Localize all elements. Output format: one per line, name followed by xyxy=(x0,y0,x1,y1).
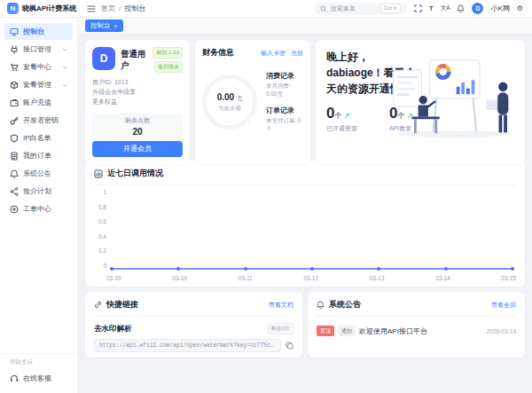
y-tick-label: 0 xyxy=(103,263,106,269)
announcements-card: 系统公告 查看全部 置顶 通知 欢迎使用API接口平台 2026-03-14 xyxy=(308,292,525,358)
sidebar-item-my-orders[interactable]: 我的订单 xyxy=(4,147,73,164)
wallet-icon xyxy=(10,98,19,107)
sidebar-section-label: 帮助支持 xyxy=(0,358,77,369)
order-record-title[interactable]: 订单记录 xyxy=(266,106,303,115)
chart-point xyxy=(444,267,448,271)
app-logo[interactable]: N 晓枫API计费系统 xyxy=(0,3,78,14)
breadcrumb-current: 控制台 xyxy=(124,4,145,13)
level-badge: 级别 1-10 xyxy=(153,47,183,59)
search-box[interactable]: Ctrl K xyxy=(315,3,407,15)
y-tick-label: 0.6 xyxy=(98,218,106,224)
divider xyxy=(94,185,516,185)
finance-card: 财务信息 输入卡密 充值 0.00 元 当前余额 消 xyxy=(195,40,310,164)
link-icon xyxy=(94,301,102,309)
package-icon xyxy=(10,81,19,90)
x-tick-label: 03-15 xyxy=(501,275,516,281)
sidebar-item-package-management[interactable]: 套餐管理 xyxy=(4,76,73,93)
sidebar-item-package-center[interactable]: 套餐中心 xyxy=(4,59,73,75)
upgrade-hint-line1: 升级会员等级享 xyxy=(92,87,183,97)
text-size-icon[interactable]: T xyxy=(429,5,434,12)
breadcrumb-home[interactable]: 首页 xyxy=(101,4,115,13)
user-avatar[interactable]: D xyxy=(472,3,483,14)
fullscreen-icon[interactable] xyxy=(414,4,422,12)
balance-ring: 0.00 元 当前余额 xyxy=(202,75,257,130)
tab-dashboard[interactable]: 控制台 × xyxy=(85,20,123,32)
copy-icon[interactable] xyxy=(286,342,293,350)
greeting-card: 晚上好，dabiaoge！看看今天的资源开通情况 0个↗ 已开通资源 0个↗ A… xyxy=(316,40,525,164)
sidebar-item-label: 接口管理 xyxy=(23,44,51,54)
ticket-icon xyxy=(10,205,19,214)
notification-bell-icon[interactable] xyxy=(457,4,465,12)
y-tick-label: 0.8 xyxy=(98,204,106,210)
sidebar-item-developer-key[interactable]: 开发者密钥 xyxy=(4,112,73,129)
view-all-link[interactable]: 查看全部 xyxy=(491,301,516,310)
tab-close-icon[interactable]: × xyxy=(114,23,118,29)
balance-unit: 元 xyxy=(237,95,243,101)
api-link-name[interactable]: 去水印解析 xyxy=(94,324,132,334)
sidebar-item-label: IP白名单 xyxy=(23,133,51,143)
header-actions: Ctrl K T 文A D 小K网 ⚙ xyxy=(315,3,532,15)
settings-gear-icon[interactable]: ⚙ xyxy=(517,5,523,12)
sidebar-item-dashboard[interactable]: 控制台 xyxy=(4,23,73,40)
sidebar-item-ip-whitelist[interactable]: IP白名单 xyxy=(4,130,73,146)
search-shortcut: Ctrl K xyxy=(380,4,401,13)
sidebar-item-label: 系统公告 xyxy=(23,169,51,178)
app-title: 晓枫API计费系统 xyxy=(22,4,76,13)
chart-title: 近七日调用情况 xyxy=(107,168,163,179)
logo-icon: N xyxy=(7,3,19,14)
y-tick-label: 0.4 xyxy=(98,233,106,240)
summary-row: D 普通用户 级别 1-10 签到领点 用户ID: 1013 升级会员等级享 更… xyxy=(85,40,525,155)
stat-unit: 个 xyxy=(334,112,341,120)
top-header: N 晓枫API计费系统 首页 / 控制台 Ctrl K T 文A D xyxy=(0,0,532,18)
chart-point xyxy=(310,267,314,271)
chevron-down-icon xyxy=(62,66,67,69)
enter-card-code-link[interactable]: 输入卡密 xyxy=(261,49,286,58)
sidebar-item-label: 账户充值 xyxy=(23,98,51,107)
bottom-row: 快捷链接 查看文档 去水印解析 剩余0次 xyxy=(85,292,525,358)
username[interactable]: 小K网 xyxy=(490,4,509,13)
chart-line xyxy=(112,192,512,269)
view-docs-link[interactable]: 查看文档 xyxy=(269,301,293,310)
api-url-field[interactable] xyxy=(94,339,281,352)
bell-icon xyxy=(10,169,19,178)
consume-title[interactable]: 消费记录 xyxy=(266,71,303,81)
chevron-down-icon xyxy=(62,48,67,51)
tab-bar: 控制台 × xyxy=(78,18,532,35)
dashboard-icon xyxy=(10,28,19,36)
sidebar-item-label: 工单中心 xyxy=(23,204,51,214)
user-role: 普通用户 xyxy=(121,49,147,73)
main-area: 控制台 × D 普通用户 级别 1-10 签到领点 xyxy=(78,18,532,393)
search-icon xyxy=(320,5,327,12)
sidebar-item-account-recharge[interactable]: 账户充值 xyxy=(4,94,73,111)
sidebar-collapse-icon[interactable] xyxy=(87,4,96,13)
sidebar-item-label: 我的订单 xyxy=(23,151,51,161)
chart-point xyxy=(110,267,113,271)
search-input[interactable] xyxy=(331,5,377,12)
chart-plot xyxy=(112,192,512,269)
translate-icon[interactable]: 文A xyxy=(441,5,450,12)
x-tick-label: 03-12 xyxy=(303,275,318,281)
announcement-date: 2026-03-14 xyxy=(487,328,516,334)
points-value: 20 xyxy=(92,127,183,137)
divider xyxy=(317,316,516,317)
headset-icon xyxy=(10,374,19,383)
open-membership-button[interactable]: 开通会员 xyxy=(92,141,183,157)
sidebar-item-announcements[interactable]: 系统公告 xyxy=(4,165,73,182)
sidebar-item-referral-plan[interactable]: 推介计划 xyxy=(4,183,73,200)
sidebar-item-online-support[interactable]: 在线客服 xyxy=(4,370,73,387)
shield-icon xyxy=(10,134,19,143)
sidebar-item-label: 套餐中心 xyxy=(23,62,51,72)
recharge-link[interactable]: 充值 xyxy=(291,49,303,58)
x-tick-label: 03-14 xyxy=(435,275,450,281)
x-tick-label: 03-13 xyxy=(370,275,385,281)
announcement-item[interactable]: 置顶 通知 欢迎使用API接口平台 2026-03-14 xyxy=(317,326,516,336)
sidebar-item-label: 控制台 xyxy=(23,27,44,36)
chart-card: 近七日调用情况 10.80.60.40.20 03-0903-1003-1103… xyxy=(85,161,525,287)
sidebar-item-work-orders[interactable]: 工单中心 xyxy=(4,200,73,217)
sidebar-item-api-management[interactable]: 接口管理 xyxy=(4,41,73,58)
checkin-badge[interactable]: 签到领点 xyxy=(154,61,183,73)
line-chart: 10.80.60.40.20 03-0903-1003-1103-1203-13… xyxy=(94,187,516,281)
x-tick-label: 03-11 xyxy=(239,275,253,281)
balance-value: 0.00 xyxy=(217,92,234,102)
sidebar-item-label: 套餐管理 xyxy=(23,80,51,90)
